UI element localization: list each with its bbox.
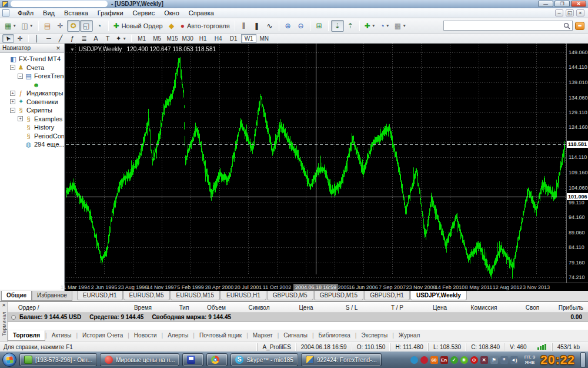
timeframe-h1-button[interactable]: H1 xyxy=(195,34,211,43)
indicators-button[interactable]: ✚▼ xyxy=(362,20,378,32)
templates-button[interactable]: ▩▼ xyxy=(392,20,409,32)
timeframe-m30-button[interactable]: M30 xyxy=(180,34,195,43)
chart-tab-eurusd-m5[interactable]: EURUSD,M5 xyxy=(123,291,170,300)
tree-item-скрипты[interactable]: −§Скрипты xyxy=(1,106,64,115)
taskbar-button-teamviewer[interactable]: [193-573-296] - Окн... xyxy=(19,353,97,366)
taskbar-button-floppy[interactable] xyxy=(182,353,203,366)
cursor-tool-button[interactable]: ➤ xyxy=(2,34,14,43)
green-burst-tray-icon[interactable]: ✳ xyxy=(460,356,468,364)
dropdown-arrow-icon[interactable]: ▼ xyxy=(386,24,390,28)
column-header-11[interactable]: Прибыль xyxy=(557,303,588,312)
column-header-6[interactable]: S / L xyxy=(328,303,375,312)
taskbar-clock[interactable]: 20:22 xyxy=(540,353,575,367)
column-header-4[interactable]: Символ xyxy=(234,303,284,312)
timeframe-h4-button[interactable]: H4 xyxy=(211,34,226,43)
red-dot-tray-icon[interactable] xyxy=(420,356,428,364)
volume-tray-icon[interactable]: ◄) xyxy=(510,356,518,364)
strategy-tester-button[interactable]: ◔ xyxy=(93,20,106,32)
flag-tray-icon[interactable]: ⚑ xyxy=(490,356,498,364)
new-order-button[interactable]: ✚Новый Ордер xyxy=(111,20,165,32)
text-label-tool-button[interactable]: T xyxy=(102,34,113,43)
chart-tab-eurusd-h1[interactable]: EURUSD,H1 xyxy=(220,291,266,300)
child-restore-button[interactable]: ◱ xyxy=(566,9,574,16)
column-header-3[interactable]: Объем xyxy=(199,303,234,312)
child-close-button[interactable]: × xyxy=(576,9,584,16)
auto-trading-button[interactable]: ●Авто-торговля xyxy=(178,20,232,32)
column-header-8[interactable]: Цена xyxy=(419,303,460,312)
dropdown-arrow-icon[interactable]: ▼ xyxy=(122,37,126,41)
menu-вставка[interactable]: Вставка xyxy=(59,9,93,17)
green-check-tray-icon[interactable]: ✓ xyxy=(450,356,458,364)
timeframe-m15-button[interactable]: M15 xyxy=(165,34,180,43)
tree-expander-icon[interactable]: − xyxy=(10,108,15,113)
horizontal-line-tool-button[interactable]: ─ xyxy=(43,34,55,43)
dropdown-arrow-icon[interactable]: ▼ xyxy=(372,24,376,28)
minimize-button[interactable]: — xyxy=(538,1,553,7)
tree-expander-icon[interactable]: + xyxy=(10,99,15,104)
badge-60-tray-icon[interactable]: 60 xyxy=(430,356,438,364)
dropdown-arrow-icon[interactable]: ▼ xyxy=(12,24,16,28)
auto-scroll-button[interactable]: ⇣ xyxy=(331,20,344,32)
tile-windows-button[interactable]: ⊞ xyxy=(313,20,326,32)
column-header-7[interactable]: T / P xyxy=(375,303,419,312)
date-axis[interactable]: 11 Mar 19942 Jun 199523 Aug 199614 Nov 1… xyxy=(65,283,588,291)
fibonacci-tool-button[interactable]: ƒ xyxy=(66,34,78,43)
bar-chart-button[interactable]: ⫼ xyxy=(238,20,250,32)
tree-item-счета[interactable]: −♟Счета xyxy=(1,64,64,72)
start-button[interactable] xyxy=(2,353,16,367)
metaeditor-button[interactable]: ◆ xyxy=(165,20,178,32)
taskbar-button-mt4[interactable]: 922424: ForexTrend-... xyxy=(301,353,382,366)
timeframe-w1-button[interactable]: W1 xyxy=(241,34,256,43)
tree-item-forextrend-t[interactable]: −▤ForexTrend-T xyxy=(1,72,64,81)
navigator-tab-избранное[interactable]: Избранное xyxy=(32,291,72,301)
terminal-tab-история-счета[interactable]: История Счета xyxy=(78,331,128,340)
column-header-2[interactable]: Тип xyxy=(169,303,199,312)
profiles-button[interactable]: ◫▼ xyxy=(19,20,35,32)
chart-tab-gbpusd-m5[interactable]: GBPUSD,M5 xyxy=(267,291,313,300)
restore-button[interactable]: ❐ xyxy=(554,1,570,7)
terminal-tab-журнал[interactable]: Журнал xyxy=(394,331,425,340)
tree-expander-icon[interactable]: − xyxy=(18,74,23,79)
zoom-out-button[interactable]: ⊖ xyxy=(295,20,308,32)
terminal-tab-почтовый-ящик[interactable]: Почтовый ящик xyxy=(195,331,246,340)
column-header-0[interactable]: Ордер / xyxy=(8,303,116,312)
tree-item-советники[interactable]: +✦Советники xyxy=(1,98,64,107)
chart-tab-gbpusd-h1[interactable]: GBPUSD,H1 xyxy=(364,291,410,300)
show-desktop-button[interactable] xyxy=(580,352,586,367)
trendline-tool-button[interactable]: ╱ xyxy=(55,34,66,43)
new-chart-button[interactable]: ▦▼ xyxy=(2,20,19,32)
periods-button[interactable]: ◔▼ xyxy=(378,20,392,32)
terminal-tab-сигналы[interactable]: Сигналы xyxy=(279,331,312,340)
menu-окно[interactable]: Окно xyxy=(159,9,184,17)
close-button[interactable]: ✕ xyxy=(571,1,586,7)
terminal-tab-активы[interactable]: Активы xyxy=(47,331,76,340)
text-tool-button[interactable]: A xyxy=(90,34,102,43)
chevron-down-icon[interactable]: ▼ xyxy=(70,47,75,52)
child-minimize-button[interactable]: – xyxy=(555,9,563,16)
tree-item-294-еще-[interactable]: ◍294 еще... xyxy=(1,140,64,149)
tree-item-fx-trend-mt4[interactable]: ◧FX-Trend MT4 xyxy=(1,55,64,64)
timeframe-d1-button[interactable]: D1 xyxy=(226,34,241,43)
terminal-tab-библиотека[interactable]: Библиотека xyxy=(313,331,355,340)
price-chart-canvas[interactable] xyxy=(66,44,566,283)
terminal-tab-торговля[interactable]: Торговля xyxy=(8,330,45,341)
terminal-tab-маркет[interactable]: Маркет xyxy=(248,331,278,340)
dropdown-arrow-icon[interactable]: ▼ xyxy=(29,24,34,28)
tree-expander-icon[interactable]: + xyxy=(10,91,15,96)
vertical-line-tool-button[interactable]: │ xyxy=(31,34,43,43)
navigator-close-icon[interactable]: ✕ xyxy=(55,45,62,51)
candlestick-chart-button[interactable]: ❚ xyxy=(250,20,263,32)
taskbar-button-chrome[interactable] xyxy=(206,353,228,366)
tree-item-periodconve[interactable]: §PeriodConve xyxy=(1,132,64,141)
timeframe-m1-button[interactable]: M1 xyxy=(134,34,149,43)
column-header-1[interactable]: Время xyxy=(116,303,169,312)
terminal-tab-новости[interactable]: Новости xyxy=(129,331,162,340)
terminal-toggle-button[interactable]: ◱ xyxy=(80,20,93,32)
search-input[interactable] xyxy=(443,21,573,31)
taskbar-button-alert-red[interactable]: Мировые цены на н... xyxy=(100,353,179,366)
data-window-button[interactable]: ✛ xyxy=(54,20,67,32)
terminal-tab-эксперты[interactable]: Эксперты xyxy=(356,331,392,340)
lang-en-tray-icon[interactable]: En xyxy=(440,356,448,364)
navigator-toggle-button[interactable]: ✪ xyxy=(67,20,80,32)
column-header-10[interactable]: Своп xyxy=(507,303,557,312)
